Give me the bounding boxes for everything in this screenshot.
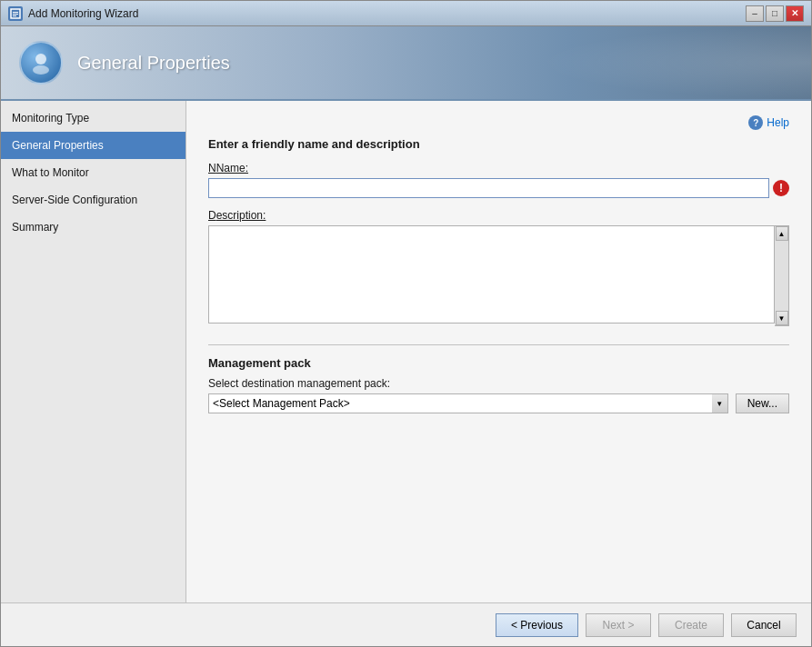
close-button[interactable]: ✕ <box>786 5 804 22</box>
create-button[interactable]: Create <box>658 613 724 637</box>
help-icon: ? <box>748 115 763 130</box>
content-spacer <box>208 413 789 588</box>
cancel-button[interactable]: Cancel <box>731 613 797 637</box>
svg-rect-2 <box>13 14 18 15</box>
description-scrollbar[interactable]: ▲ ▼ <box>775 225 789 326</box>
help-link[interactable]: ? Help <box>748 115 789 130</box>
previous-button[interactable]: < Previous <box>496 613 578 637</box>
scroll-down-arrow[interactable]: ▼ <box>776 311 788 325</box>
minimize-button[interactable]: – <box>746 5 764 22</box>
name-field-wrapper: ! <box>208 178 789 198</box>
mgmt-pack-select[interactable]: <Select Management Pack> <box>208 393 728 413</box>
wizard-sidebar: Monitoring Type General Properties What … <box>1 101 186 602</box>
maximize-button[interactable]: □ <box>766 5 784 22</box>
sidebar-item-what-to-monitor[interactable]: What to Monitor <box>1 159 185 186</box>
header-icon <box>19 41 63 85</box>
name-label: NName: <box>208 162 789 174</box>
mgmt-pack-select-wrapper: <Select Management Pack> ▼ <box>208 393 728 413</box>
next-button[interactable]: Next > <box>586 613 651 637</box>
help-row: ? Help <box>208 115 789 130</box>
description-wrapper: ▲ ▼ <box>208 225 789 326</box>
window-title: Add Monitoring Wizard <box>28 7 746 20</box>
svg-rect-3 <box>13 15 16 16</box>
mgmt-pack-row: <Select Management Pack> ▼ New... <box>208 393 789 413</box>
description-label: Description: <box>208 209 789 222</box>
wizard-header: General Properties <box>1 26 811 101</box>
management-pack-section: Management pack Select destination manag… <box>208 344 789 413</box>
header-title: General Properties <box>77 53 230 74</box>
name-error-icon: ! <box>773 180 789 196</box>
svg-rect-1 <box>13 12 18 13</box>
sidebar-item-monitoring-type[interactable]: Monitoring Type <box>1 105 185 132</box>
scroll-up-arrow[interactable]: ▲ <box>776 226 788 241</box>
wizard-window: Add Monitoring Wizard – □ ✕ General Prop… <box>0 0 812 647</box>
description-input[interactable] <box>208 225 775 324</box>
title-bar: Add Monitoring Wizard – □ ✕ <box>1 1 811 26</box>
title-bar-icon <box>8 6 23 21</box>
name-input[interactable] <box>208 178 769 198</box>
mgmt-pack-select-label: Select destination management pack: <box>208 377 789 390</box>
wizard-footer: < Previous Next > Create Cancel <box>1 602 811 646</box>
title-bar-controls: – □ ✕ <box>746 5 804 22</box>
svg-point-4 <box>35 54 46 65</box>
form-section-title: Enter a friendly name and description <box>208 137 789 151</box>
sidebar-item-general-properties[interactable]: General Properties <box>1 132 185 159</box>
main-content: ? Help Enter a friendly name and descrip… <box>186 101 811 602</box>
sidebar-item-summary[interactable]: Summary <box>1 214 185 241</box>
mgmt-pack-title: Management pack <box>208 356 789 370</box>
wizard-body: Monitoring Type General Properties What … <box>1 101 811 602</box>
new-management-pack-button[interactable]: New... <box>736 393 789 413</box>
svg-point-5 <box>33 65 49 75</box>
sidebar-item-server-side-config[interactable]: Server-Side Configuration <box>1 186 185 214</box>
